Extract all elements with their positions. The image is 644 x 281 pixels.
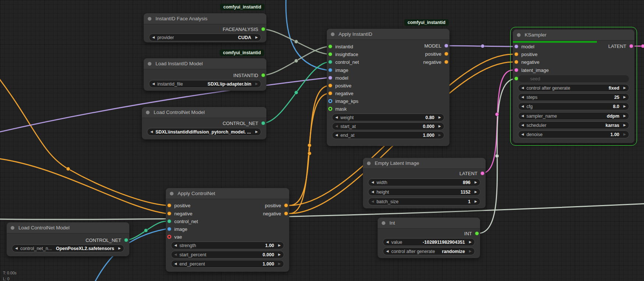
widget-steps[interactable]: ◀steps25▶ bbox=[518, 93, 629, 101]
widget-provider[interactable]: ◀providerCUDA▶ bbox=[149, 34, 261, 41]
widget-file[interactable]: ◀SDXL\instantid\diffusion_pytorch_model.… bbox=[147, 128, 261, 136]
node-titlebar[interactable]: InstantID Face Analysis bbox=[144, 13, 266, 24]
decrement-arrow[interactable]: ◀ bbox=[521, 114, 524, 118]
widget-cfg[interactable]: ◀cfg8.0▶ bbox=[518, 103, 629, 110]
image-input-slot[interactable]: image bbox=[166, 226, 258, 232]
decrement-arrow[interactable]: ◀ bbox=[150, 130, 153, 133]
increment-arrow[interactable]: ▶ bbox=[255, 130, 258, 133]
node-apply-controlnet[interactable]: Apply ControlNetpositivenegativecontrol_… bbox=[166, 188, 289, 272]
node-apply-instantid[interactable]: Apply InstantIDinstantidinsightfacecontr… bbox=[327, 29, 449, 146]
collapse-dot-icon[interactable] bbox=[148, 62, 151, 66]
node-ksampler[interactable]: KSamplermodelpositivenegativelatent_imag… bbox=[513, 30, 634, 143]
increment-arrow[interactable]: ▶ bbox=[118, 247, 121, 250]
widget-value[interactable]: ◀value-1028911982904351▶ bbox=[383, 238, 475, 246]
image-input-slot[interactable]: image bbox=[327, 67, 419, 73]
model-input-slot[interactable]: model bbox=[327, 75, 419, 81]
node-titlebar[interactable]: Empty Latent Image bbox=[363, 158, 486, 169]
decrement-arrow[interactable]: ◀ bbox=[521, 86, 524, 90]
mask-input-slot[interactable]: mask bbox=[327, 106, 419, 112]
increment-arrow[interactable]: ▶ bbox=[255, 82, 258, 86]
node-load-controlnet-model-instantid[interactable]: Load ControlNet ModelCONTROL_NET◀SDXL\in… bbox=[142, 107, 266, 139]
negative-output-slot[interactable]: negative bbox=[197, 211, 289, 216]
widget-start-at[interactable]: ◀start_at0.000▶ bbox=[332, 122, 444, 130]
collapse-dot-icon[interactable] bbox=[146, 111, 150, 114]
decrement-arrow[interactable]: ◀ bbox=[371, 181, 374, 184]
output-dot-icon[interactable] bbox=[480, 171, 484, 176]
widget-weight[interactable]: ◀weight0.80▶ bbox=[332, 114, 444, 121]
input-dot-icon[interactable] bbox=[328, 76, 332, 80]
latent-output-slot[interactable]: LATENT bbox=[543, 43, 635, 49]
collapse-dot-icon[interactable] bbox=[367, 162, 371, 165]
increment-arrow[interactable]: ▶ bbox=[438, 125, 441, 128]
vae-input-slot[interactable]: vae bbox=[166, 234, 258, 240]
node-titlebar[interactable]: Load ControlNet Model bbox=[7, 222, 129, 233]
node-titlebar[interactable]: Apply ControlNet bbox=[166, 188, 289, 199]
collapse-dot-icon[interactable] bbox=[382, 221, 385, 225]
input-dot-icon[interactable] bbox=[167, 204, 171, 208]
faceanalysis-output-slot[interactable]: FACEANALYSIS bbox=[174, 26, 266, 32]
increment-arrow[interactable]: ▶ bbox=[469, 250, 472, 253]
decrement-arrow[interactable]: ◀ bbox=[386, 250, 389, 253]
widget-instantid-file[interactable]: ◀instantid_fileSDXL\ip-adapter.bin▶ bbox=[149, 80, 261, 88]
node-graph-canvas[interactable]: T: 0.00s L: 0 comfyui_instantidcomfyui_i… bbox=[0, 0, 644, 281]
increment-arrow[interactable]: ▶ bbox=[469, 240, 472, 244]
positive-output-slot[interactable]: positive bbox=[357, 51, 449, 57]
decrement-arrow[interactable]: ◀ bbox=[335, 133, 338, 137]
increment-arrow[interactable]: ▶ bbox=[623, 96, 626, 99]
output-dot-icon[interactable] bbox=[444, 52, 448, 56]
input-dot-icon[interactable] bbox=[328, 107, 332, 111]
decrement-arrow[interactable]: ◀ bbox=[174, 262, 177, 266]
decrement-arrow[interactable]: ◀ bbox=[371, 190, 374, 194]
widget-denoise[interactable]: ◀denoise1.00▶ bbox=[518, 131, 629, 138]
node-titlebar[interactable]: Load ControlNet Model bbox=[142, 107, 266, 118]
positive-output-slot[interactable]: positive bbox=[197, 202, 289, 208]
increment-arrow[interactable]: ▶ bbox=[255, 36, 258, 39]
increment-arrow[interactable]: ▶ bbox=[438, 116, 441, 119]
decrement-arrow[interactable]: ◀ bbox=[15, 247, 18, 250]
increment-arrow[interactable]: ▶ bbox=[278, 253, 281, 256]
collapse-dot-icon[interactable] bbox=[517, 33, 521, 37]
increment-arrow[interactable]: ▶ bbox=[623, 86, 626, 90]
increment-arrow[interactable]: ▶ bbox=[623, 114, 626, 118]
increment-arrow[interactable]: ▶ bbox=[475, 190, 477, 194]
positive-input-slot[interactable]: positive bbox=[513, 51, 604, 57]
input-dot-icon[interactable] bbox=[328, 52, 332, 56]
decrement-arrow[interactable]: ◀ bbox=[521, 133, 524, 136]
increment-arrow[interactable]: ▶ bbox=[278, 244, 281, 247]
widget-control-net-n-[interactable]: ◀control_net_n...OpenPoseXL2.safetensors… bbox=[12, 244, 124, 252]
node-titlebar[interactable]: Apply InstantID bbox=[327, 29, 449, 40]
input-dot-icon[interactable] bbox=[167, 212, 171, 216]
widget-start-percent[interactable]: ◀start_percent0.000▶ bbox=[171, 251, 284, 259]
increment-arrow[interactable]: ▶ bbox=[623, 133, 626, 136]
input-dot-icon[interactable] bbox=[514, 45, 518, 49]
widget-control-after-generate[interactable]: ◀control after generaterandomize▶ bbox=[383, 247, 475, 255]
decrement-arrow[interactable]: ◀ bbox=[174, 244, 177, 247]
decrement-arrow[interactable]: ◀ bbox=[174, 253, 177, 256]
collapse-dot-icon[interactable] bbox=[11, 226, 14, 230]
node-titlebar[interactable]: Int bbox=[378, 218, 480, 229]
input-dot-icon[interactable] bbox=[328, 84, 332, 88]
instantid-output-slot[interactable]: INSTANTID bbox=[174, 72, 266, 78]
output-dot-icon[interactable] bbox=[124, 238, 128, 242]
increment-arrow[interactable]: ▶ bbox=[438, 133, 441, 137]
negative-input-slot[interactable]: negative bbox=[513, 59, 604, 65]
widget-batch-size[interactable]: ◀batch_size1▶ bbox=[368, 198, 480, 205]
output-dot-icon[interactable] bbox=[261, 121, 265, 125]
input-dot-icon[interactable] bbox=[328, 60, 332, 64]
input-dot-icon[interactable] bbox=[167, 227, 171, 231]
increment-arrow[interactable]: ▶ bbox=[475, 181, 477, 184]
input-dot-icon[interactable] bbox=[328, 91, 332, 96]
widget-end-percent[interactable]: ◀end_percent1.000▶ bbox=[171, 260, 284, 268]
node-int[interactable]: IntINT◀value-1028911982904351▶◀control a… bbox=[378, 218, 480, 258]
node-titlebar[interactable]: KSampler bbox=[513, 30, 634, 41]
increment-arrow[interactable]: ▶ bbox=[623, 124, 626, 127]
decrement-arrow[interactable]: ◀ bbox=[521, 124, 524, 127]
control_net-input-slot[interactable]: control_net bbox=[166, 218, 258, 224]
output-dot-icon[interactable] bbox=[629, 44, 633, 48]
node-instantid-face-analysis[interactable]: InstantID Face AnalysisFACEANALYSIS◀prov… bbox=[144, 13, 266, 42]
output-dot-icon[interactable] bbox=[284, 212, 288, 216]
control_net-output-slot[interactable]: CONTROL_NET bbox=[37, 237, 129, 243]
collapse-dot-icon[interactable] bbox=[148, 17, 151, 21]
decrement-arrow[interactable]: ◀ bbox=[335, 116, 338, 119]
input-dot-icon[interactable] bbox=[167, 219, 171, 223]
